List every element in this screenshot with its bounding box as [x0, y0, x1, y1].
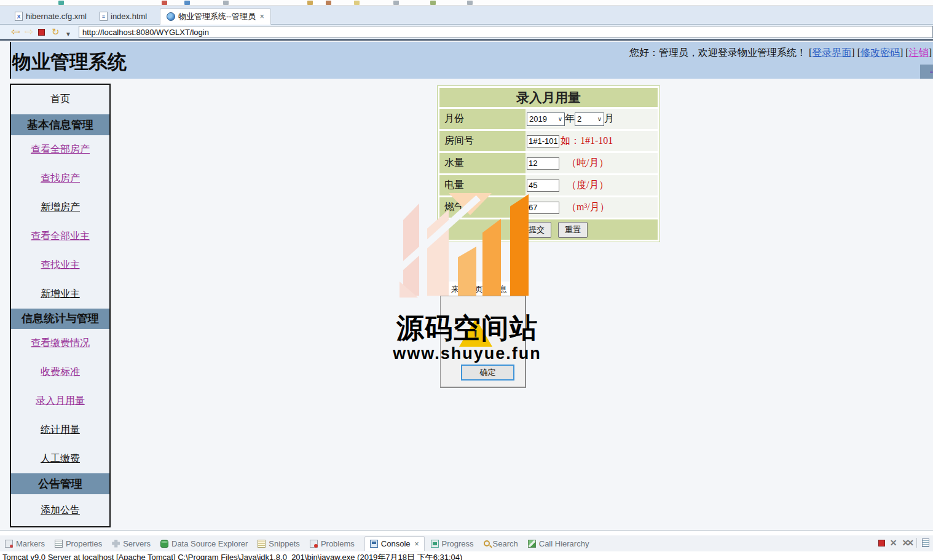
sidebar-section-announcements: 公告管理 — [11, 473, 109, 494]
warning-icon — [459, 318, 492, 347]
sidebar-item-home[interactable]: 首页 — [11, 85, 109, 114]
year-unit: 年 — [565, 112, 575, 125]
problems-icon — [310, 540, 318, 548]
view-tab-problems[interactable]: Problems — [310, 539, 355, 548]
html-file-icon: ≡ — [100, 12, 108, 21]
editor-tab-hibernate[interactable]: X hibernate.cfg.xml — [9, 8, 93, 25]
toolbar-fragment-icon — [467, 1, 473, 5]
power-amount-input[interactable] — [527, 179, 559, 192]
stop-icon[interactable] — [38, 29, 45, 36]
view-tab-properties[interactable]: Properties — [55, 539, 102, 548]
view-tab-servers[interactable]: Servers — [112, 539, 151, 548]
greeting-text: 您好：管理员，欢迎登录物业管理系统！ — [629, 47, 806, 58]
sidebar-section-statistics: 信息统计与管理 — [11, 309, 109, 329]
month-unit: 月 — [604, 112, 614, 125]
editor-tab-browser[interactable]: 物业管理系统--管理员 × — [160, 8, 271, 25]
servers-icon — [112, 540, 120, 548]
login-page-link[interactable]: 登录界面 — [812, 47, 851, 58]
view-tab-call-hierarchy[interactable]: Call Hierarchy — [528, 539, 589, 548]
view-tab-console[interactable]: Console × — [364, 536, 425, 551]
remove-launch-icon[interactable]: ✕ — [890, 538, 897, 548]
browser-viewport: 物业管理系统 您好：管理员，欢迎登录物业管理系统！ [登录界面] [修改密码] … — [0, 41, 933, 530]
dropdown-caret-icon[interactable]: ▼ — [65, 28, 71, 41]
chevron-down-icon: ∨ — [597, 116, 602, 122]
sidebar-item-fee-standard[interactable]: 收费标准 — [11, 358, 109, 387]
globe-icon — [167, 12, 175, 21]
gas-label: 燃气 — [439, 197, 526, 218]
power-unit-hint: （度/月） — [567, 179, 608, 192]
console-icon — [370, 540, 378, 548]
view-tab-data-source-explorer[interactable]: Data Source Explorer — [160, 539, 248, 548]
markers-icon — [5, 540, 13, 548]
greeting-bar: 您好：管理员，欢迎登录物业管理系统！ [登录界面] [修改密码] [注销] — [629, 47, 932, 60]
sidebar-item-view-all-property[interactable]: 查看全部房产 — [11, 135, 109, 164]
logout-link[interactable]: 注销 — [909, 47, 929, 58]
change-password-link[interactable]: 修改密码 — [860, 47, 900, 58]
terminate-icon[interactable] — [878, 540, 885, 546]
clear-console-icon[interactable] — [922, 538, 929, 547]
gas-amount-input[interactable] — [527, 202, 559, 214]
database-icon — [160, 540, 168, 548]
toolbar-fragment-icon — [307, 1, 313, 5]
ok-button[interactable]: 确定 — [461, 365, 514, 381]
close-view-icon[interactable]: × — [415, 540, 419, 548]
view-tab-snippets[interactable]: Snippets — [258, 539, 300, 548]
toolbar-fragment-icon — [184, 1, 190, 5]
xml-file-icon: X — [15, 12, 23, 21]
logo-bar — [403, 203, 419, 296]
console-status-line: Tomcat v9.0 Server at localhost [Apache … — [2, 552, 931, 560]
sidebar-item-view-payments[interactable]: 查看缴费情况 — [11, 329, 109, 358]
sidebar-item-enter-monthly-usage[interactable]: 录入月用量 — [11, 387, 109, 416]
url-input[interactable] — [79, 26, 933, 38]
close-tab-icon[interactable]: × — [260, 12, 264, 21]
view-tab-markers[interactable]: Markers — [5, 539, 45, 548]
toolbar-fragment-icon — [223, 1, 229, 5]
editor-tab-label: 物业管理系统--管理员 — [178, 11, 256, 22]
page-title: 物业管理系统 — [12, 49, 127, 75]
search-icon — [484, 540, 490, 546]
power-label: 电量 — [439, 175, 526, 195]
view-tab-search[interactable]: Search — [484, 539, 518, 548]
sidebar-item-add-announcement[interactable]: 添加公告 — [11, 494, 109, 526]
remove-all-launches-icon[interactable]: ✕✕ — [902, 538, 911, 548]
form-row-power: 电量 （度/月） — [439, 175, 658, 195]
sidebar-item-find-owner[interactable]: 查找业主 — [11, 251, 109, 280]
toolbar-fragment-icon — [326, 1, 331, 5]
room-number-input[interactable] — [527, 135, 559, 148]
clipped-toolbar-strip — [0, 0, 933, 6]
toolbar-fragment-icon — [354, 1, 360, 5]
progress-icon — [431, 540, 439, 548]
form-row-room: 房间号 如：1#1-101 — [439, 131, 658, 151]
submit-button[interactable]: 提交 — [522, 222, 551, 238]
view-tab-bar: Markers Properties Servers Data Source E… — [0, 535, 933, 551]
console-actions: ✕ ✕✕ — [878, 538, 929, 548]
gas-unit-hint: （m³/月） — [567, 201, 610, 214]
view-tab-progress[interactable]: Progress — [431, 539, 474, 548]
reset-button[interactable]: 重置 — [558, 222, 588, 238]
form-row-gas: 燃气 （m³/月） — [439, 197, 658, 218]
forward-icon[interactable]: ⇨ — [25, 26, 33, 38]
divider — [916, 538, 917, 548]
sidebar-item-add-property[interactable]: 新增房产 — [11, 193, 109, 222]
alert-dialog: 确定 — [440, 296, 526, 388]
editor-tab-index[interactable]: ≡ index.html — [93, 8, 153, 25]
editor-tab-bar: X hibernate.cfg.xml ≡ index.html 物业管理系统-… — [0, 6, 933, 25]
sidebar-item-find-property[interactable]: 查找房产 — [11, 164, 109, 193]
dialog-title: 来自网页的消息 — [440, 282, 526, 296]
year-select[interactable]: 2019∨ — [527, 112, 565, 126]
sidebar-item-manual-payment[interactable]: 人工缴费 — [11, 444, 109, 473]
sidebar-item-view-all-owners[interactable]: 查看全部业主 — [11, 222, 109, 251]
editor-tab-label: hibernate.cfg.xml — [26, 12, 87, 21]
form-row-month: 月份 2019∨ 年 2∨ 月 — [439, 109, 658, 129]
toolbar-fragment-icon — [393, 1, 399, 5]
snippets-icon — [258, 540, 266, 548]
room-hint: 如：1#1-101 — [561, 135, 613, 148]
room-label: 房间号 — [439, 131, 526, 151]
water-amount-input[interactable] — [527, 157, 559, 170]
browser-toolbar: ⇦ ⇨ ↻ ▼ — [0, 25, 933, 41]
refresh-icon[interactable]: ↻ — [52, 26, 60, 38]
sidebar-item-usage-statistics[interactable]: 统计用量 — [11, 416, 109, 444]
month-select[interactable]: 2∨ — [575, 112, 604, 126]
back-icon[interactable]: ⇦ — [11, 26, 20, 38]
sidebar-item-add-owner[interactable]: 新增业主 — [11, 280, 109, 309]
